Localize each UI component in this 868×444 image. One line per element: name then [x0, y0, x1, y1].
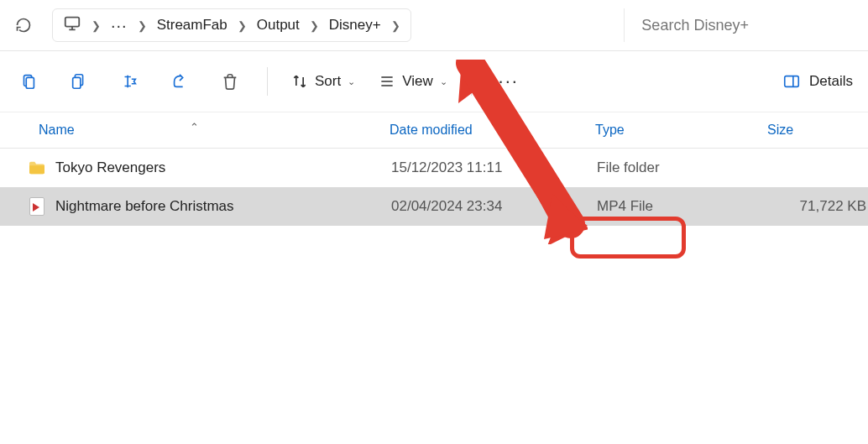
separator [471, 67, 472, 96]
view-label: View [402, 73, 433, 90]
chevron-right-icon[interactable]: ❯ [238, 19, 247, 32]
sort-label: Sort [315, 73, 341, 90]
rename-icon[interactable] [116, 68, 143, 95]
chevron-right-icon[interactable]: ❯ [92, 19, 101, 32]
details-label: Details [809, 73, 853, 90]
view-button[interactable]: View ⌄ [379, 73, 447, 90]
copy-icon[interactable] [65, 68, 92, 95]
file-name: Nightmare before Christmas [55, 198, 391, 215]
column-date[interactable]: Date modified [390, 123, 595, 138]
breadcrumb: ❯ ··· ❯ StreamFab ❯ Output ❯ Disney+ ❯ [52, 8, 411, 42]
chevron-down-icon: ⌄ [348, 76, 355, 87]
chevron-right-icon[interactable]: ❯ [138, 19, 147, 32]
breadcrumb-item[interactable]: Output [257, 17, 300, 34]
toolbar: Sort ⌄ View ⌄ ··· Details [0, 51, 868, 112]
file-type: MP4 File [597, 198, 769, 215]
svg-rect-2 [26, 77, 34, 88]
file-type: File folder [597, 159, 769, 176]
sort-button[interactable]: Sort ⌄ [291, 73, 355, 90]
svg-rect-4 [73, 77, 81, 88]
svg-rect-5 [785, 76, 799, 87]
column-name[interactable]: Name ⌃ [39, 123, 390, 138]
column-headers: Name ⌃ Date modified Type Size [0, 112, 868, 149]
details-pane-button[interactable]: Details [782, 72, 853, 91]
breadcrumb-overflow[interactable]: ··· [111, 16, 128, 35]
folder-icon [25, 159, 49, 177]
file-size: 71,722 KB [769, 198, 868, 215]
file-date: 02/04/2024 23:34 [391, 198, 597, 215]
list-item[interactable]: Tokyo Revengers 15/12/2023 11:11 File fo… [0, 149, 868, 187]
column-size[interactable]: Size [767, 123, 868, 138]
column-type[interactable]: Type [595, 123, 767, 138]
chevron-right-icon[interactable]: ❯ [310, 19, 319, 32]
chevron-down-icon: ⌄ [440, 76, 447, 87]
file-date: 15/12/2023 11:11 [391, 159, 597, 176]
separator [267, 67, 268, 96]
svg-rect-0 [65, 18, 80, 27]
refresh-button[interactable] [10, 12, 37, 39]
chevron-right-icon[interactable]: ❯ [391, 19, 400, 32]
breadcrumb-item[interactable]: Disney+ [329, 17, 381, 34]
file-name: Tokyo Revengers [55, 159, 391, 176]
cut-icon[interactable] [15, 68, 42, 95]
share-icon[interactable] [166, 68, 193, 95]
column-name-label: Name [39, 123, 75, 137]
file-list: Tokyo Revengers 15/12/2023 11:11 File fo… [0, 149, 868, 226]
more-icon[interactable]: ··· [495, 68, 522, 95]
search-input[interactable] [624, 8, 858, 42]
video-file-icon [25, 197, 49, 216]
breadcrumb-item[interactable]: StreamFab [157, 17, 227, 34]
sort-indicator-icon: ⌃ [190, 121, 199, 133]
this-pc-icon[interactable] [63, 14, 81, 36]
delete-icon[interactable] [217, 68, 243, 95]
address-bar: ❯ ··· ❯ StreamFab ❯ Output ❯ Disney+ ❯ [0, 0, 868, 50]
list-item[interactable]: Nightmare before Christmas 02/04/2024 23… [0, 187, 868, 226]
